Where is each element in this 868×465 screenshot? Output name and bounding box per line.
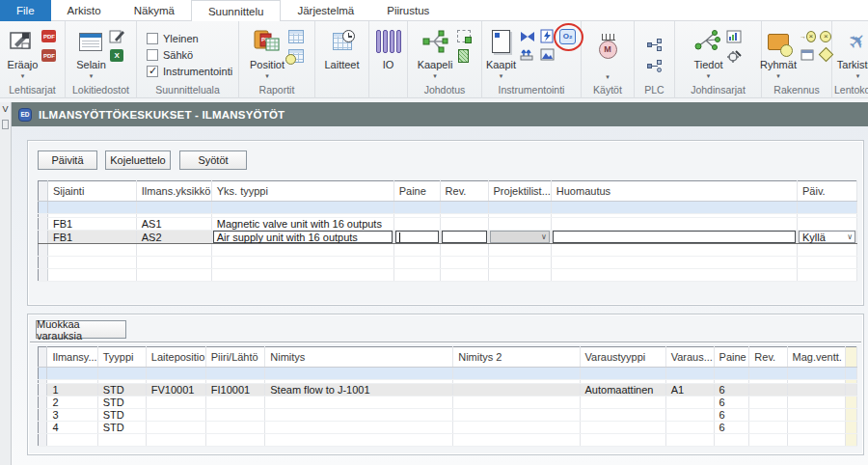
empty-cell[interactable] [749,397,787,409]
empty-cell[interactable] [453,409,580,422]
rev-input[interactable] [442,231,487,243]
empty-cell[interactable] [798,244,857,257]
empty-cell[interactable] [205,397,265,409]
empty-cell[interactable] [488,269,551,282]
empty-cell[interactable] [265,434,453,447]
cell-rev[interactable] [440,231,488,244]
cell-num[interactable]: 2 [47,397,97,409]
oxygen-icon[interactable]: O₂ [559,29,576,43]
pdf-settings-icon[interactable]: PDF [41,48,57,63]
kojeluettelo-button[interactable]: Kojeluettelo [105,150,171,170]
empty-cell[interactable] [488,257,551,269]
cell-huomautus[interactable] [551,218,797,231]
paine-input[interactable] [395,231,439,243]
row-selector[interactable] [39,397,47,409]
collapsed-panel-tab[interactable]: V [0,102,11,114]
empty-cell[interactable] [393,244,440,257]
report-table-icon[interactable] [287,29,304,43]
kaapit-button[interactable]: Kaapit ▾ [486,26,516,79]
cell-projektilista[interactable]: ∨ [488,231,551,244]
muokkaa-varauksia-button[interactable]: Muokkaa varauksia [36,320,126,339]
tab-piirustus[interactable]: Piirustus [370,0,446,21]
empty-cell[interactable] [205,434,265,447]
empty-cell[interactable] [787,409,846,422]
empty-cell[interactable] [551,257,797,269]
empty-cell[interactable] [146,434,205,447]
cell-varaustyyppi[interactable]: Automaattinen [580,384,665,397]
ryhmat-button[interactable]: Ryhmät ▾ [760,26,797,79]
empty-cell[interactable] [47,269,136,282]
empty-cell[interactable] [453,422,580,434]
valve-icon[interactable] [519,29,535,43]
row-selector[interactable] [39,434,47,447]
plc-settings-icon[interactable] [646,59,663,73]
empty-cell[interactable] [440,269,488,282]
empty-cell[interactable] [146,397,205,409]
empty-cell[interactable] [265,397,453,409]
checkbox-yleinen[interactable]: Yleinen [147,31,199,47]
empty-cell[interactable] [787,397,846,409]
cell-rev[interactable] [749,384,787,397]
empty-cell[interactable] [211,269,393,282]
tarkistus-button[interactable]: ✈ Tarkistus ▾ [837,26,868,79]
empty-cell[interactable] [665,434,714,447]
empty-cell[interactable] [665,422,714,434]
import-arrows-icon[interactable] [519,47,535,62]
cable-bundle-icon[interactable] [455,48,472,63]
cell-nimitys[interactable]: Steam flow to J-1001 [265,384,453,397]
cell-paine[interactable]: 6 [714,409,749,422]
add-node-icon[interactable]: →× [800,29,816,43]
cell-paiv[interactable]: Kyllä∨ [798,231,857,244]
checkbox-instrumentointi[interactable]: Instrumentointi [147,64,232,80]
row-selector[interactable] [39,384,47,397]
paivita-button[interactable]: Päivitä [38,150,97,170]
cell-num[interactable]: 4 [47,422,97,434]
cell-tyyppi[interactable]: STD [97,422,146,434]
image-export-icon[interactable] [539,47,556,62]
empty-cell[interactable] [440,257,488,269]
cell-sijainti[interactable]: FB1 [47,231,136,244]
laitteet-button[interactable]: Laitteet [324,26,359,70]
empty-cell[interactable] [665,409,714,422]
positiot-button[interactable]: PDF Positiot ▾ [250,26,285,79]
io-button[interactable]: IO [374,26,403,70]
cell-paine[interactable]: 6 [714,384,749,397]
empty-cell[interactable] [551,244,797,257]
huomautus-input[interactable] [553,231,796,243]
empty-cell[interactable] [749,434,787,447]
edit-log-icon[interactable] [109,29,125,43]
cell-piiri[interactable]: FI10001 [205,384,265,397]
empty-cell[interactable] [580,434,665,447]
cell-tyyppi[interactable]: STD [97,409,146,422]
row-selector[interactable] [39,269,48,282]
empty-cell[interactable] [580,397,665,409]
empty-cell[interactable] [580,409,665,422]
empty-cell[interactable] [440,244,488,257]
eraajo-button[interactable]: Eräajo ▾ [8,26,39,79]
cell-yksikko[interactable]: AS2 [136,231,211,244]
cell-magventt[interactable] [787,384,846,397]
report-table-settings-icon[interactable] [287,48,304,63]
empty-cell[interactable] [136,244,211,257]
tyyppi-edit-box[interactable]: Air supply unit with 16 outputs [213,231,393,243]
selain-button[interactable]: Selain ▾ [76,26,106,79]
cell-paiv[interactable] [798,218,857,231]
projektilista-dropdown[interactable]: ∨ [490,231,550,243]
row-selector[interactable] [39,244,48,257]
empty-cell[interactable] [453,397,580,409]
cell-tyyppi[interactable]: Magnetic valve unit with 16 outputs [211,218,393,231]
empty-cell[interactable] [211,257,393,269]
row-selector[interactable] [39,218,48,231]
empty-cell[interactable] [97,434,146,447]
empty-cell[interactable] [393,269,440,282]
pdf-export-icon[interactable]: PDF [41,29,57,43]
cell-nimitys2[interactable] [453,384,580,397]
cell-paine[interactable]: 6 [714,422,749,434]
cell-laitepositio[interactable]: FV10001 [146,384,205,397]
row-selector[interactable] [39,231,48,244]
empty-cell[interactable] [136,269,211,282]
paiv-dropdown[interactable]: Kyllä∨ [799,231,855,243]
empty-cell[interactable] [749,422,787,434]
cell-num[interactable]: 1 [47,384,97,397]
empty-cell[interactable] [47,257,136,269]
